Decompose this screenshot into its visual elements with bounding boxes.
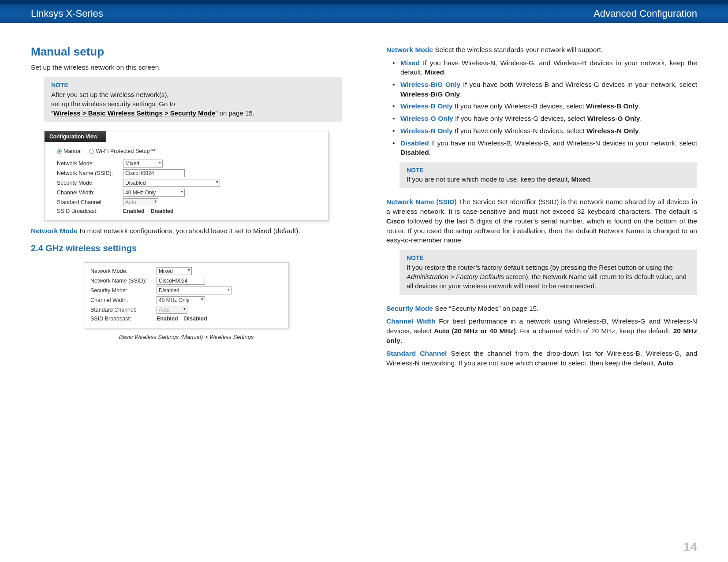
mode-n-only: Wireless-N Only If you have only Wireles… [392,126,697,136]
note-factory-reset: NOTE If you restore the router’s factory… [399,249,697,295]
label-channel-width: Channel Width: [57,190,123,196]
sc-after: . [673,359,675,367]
network-mode-options: Mixed If you have Wireless-N, Wireless-G… [386,58,697,157]
note-body-3: If you restore the router’s factory defa… [407,263,690,290]
radio-bcast-disabled-label: Disabled [151,208,174,214]
security-mode-para: Security Mode See “Security Modes” on pa… [386,304,697,313]
sc-term: Standard Channel [386,350,447,357]
content-columns: Manual setup Set up the wireless network… [0,23,728,372]
label2-channel-width: Channel Width: [90,297,157,303]
network-mode-text: In most network configurations, you shou… [78,227,300,234]
security-text: See “Security Modes” on page 15. [433,305,539,312]
right-column: Network Mode Select the wireless standar… [386,45,697,372]
select2-standard-channel[interactable]: Auto [157,306,187,314]
label2-network-mode: Network Mode: [90,268,157,274]
note-line1: After you set up the wireless network(s)… [51,90,335,99]
network-mode-para: Network Mode Select the wireless standar… [386,45,697,55]
radio-wps[interactable] [89,149,94,154]
note-default-mixed: NOTE If you are not sure which mode to u… [399,162,697,189]
mode-b-only: Wireless-B Only If you have only Wireles… [392,101,697,111]
select-channel-width[interactable]: 40 MHz Only [123,189,185,197]
sc-bold: Auto [657,359,673,367]
select2-security-mode[interactable]: Disabled [157,287,231,294]
select-standard-channel[interactable]: Auto [123,198,158,206]
header-section: Advanced Configuration [594,8,697,19]
note-body-2: If you are not sure which mode to use, k… [407,175,690,184]
label2-ssid: Network Name (SSID): [90,278,157,284]
cw-bold1: Auto (20 MHz or 40 MHz) [434,327,516,335]
network-mode-term: Network Mode [31,227,78,234]
note-quote-close: ” on page 15. [215,109,254,117]
note-title-3: NOTE [407,254,690,263]
cw-text2: . For a channel width of 20 MHz, keep th… [516,327,673,335]
select2-network-mode[interactable]: Mixed [157,267,192,275]
note-line2: set up the wireless security settings. G… [51,99,335,108]
ssid-text2: followed by the last 5 digits of the rou… [386,217,697,244]
network-mode-term-r: Network Mode [386,46,433,53]
mode-mixed: Mixed If you have Wireless-N, Wireless-G… [392,58,697,77]
column-divider [364,45,364,372]
label2-standard-channel: Standard Channel: [90,307,157,313]
select-security-mode[interactable]: Disabled [123,179,220,187]
input2-ssid[interactable]: CiscoH0024 [157,277,205,285]
left-column: Manual setup Set up the wireless network… [31,45,342,372]
label2-ssid-broadcast: SSID Broadcast: [90,316,157,322]
page-header: Linksys X-Series Advanced Configuration [0,0,728,23]
ssid-bold: Cisco [386,217,405,225]
channel-width-para: Channel Width For best performance in a … [386,316,697,345]
cw-term: Channel Width [386,317,436,325]
manual-setup-heading: Manual setup [31,45,342,59]
radio-manual[interactable] [57,149,62,154]
wireless-24ghz-heading: 2.4 GHz wireless settings [31,243,342,253]
mode-bg-only: Wireless-B/G Only If you have both Wirel… [392,80,697,99]
standard-channel-para: Standard Channel Select the channel from… [386,349,697,368]
config-radio-row: Manual Wi-Fi Protected Setup™ [57,148,320,154]
network-mode-text-r: Select the wireless standards your netwo… [433,46,603,53]
radio2-bcast-enabled-label: Enabled [157,316,178,322]
wireless-settings-screenshot: Network Mode:Mixed Network Name (SSID):C… [84,262,289,328]
security-term: Security Mode [386,305,433,312]
input-ssid[interactable]: CiscoH0024 [123,169,185,177]
label-ssid-broadcast: SSID Broadcast: [57,208,123,214]
radio-bcast-enabled-label: Enabled [123,208,145,214]
link-security-mode[interactable]: Wireless > Basic Wireless Settings > Sec… [53,109,215,117]
mode-g-only: Wireless-G Only If you have only Wireles… [392,114,697,123]
page-number: 14 [683,540,697,554]
note-title-2: NOTE [407,166,690,175]
ssid-term: Network Name (SSID) [386,198,457,205]
network-mode-leftpara: Network Mode In most network configurati… [31,226,342,236]
config-view-screenshot: Configuration View Manual Wi-Fi Protecte… [44,131,329,221]
mode-disabled: Disabled If you have no Wireless-B, Wire… [392,138,697,157]
radio-wps-label: Wi-Fi Protected Setup™ [96,148,155,154]
radio2-bcast-disabled-label: Disabled [184,316,207,322]
label-network-mode: Network Mode: [57,160,123,167]
ssid-para: Network Name (SSID) The Service Set Iden… [386,197,697,245]
note-title: NOTE [51,81,335,90]
note-after-setup: NOTE After you set up the wireless netwo… [44,77,342,122]
radio-manual-label: Manual [63,148,82,154]
label-ssid: Network Name (SSID): [57,170,123,176]
select-network-mode[interactable]: Mixed [123,160,163,167]
select2-channel-width[interactable]: 40 MHz Only [157,296,205,304]
manual-setup-intro: Set up the wireless network on this scre… [31,63,342,72]
header-product: Linksys X-Series [31,8,103,19]
figure-caption: Basic Wireless Settings (Manual) > Wirel… [31,334,342,340]
config-view-tab: Configuration View [45,131,106,142]
label-security-mode: Security Mode: [57,180,123,186]
label2-security-mode: Security Mode: [90,287,157,294]
note-line3: “Wireless > Basic Wireless Settings > Se… [51,108,335,118]
cw-after: . [400,337,402,344]
label-standard-channel: Standard Channel: [57,199,123,205]
